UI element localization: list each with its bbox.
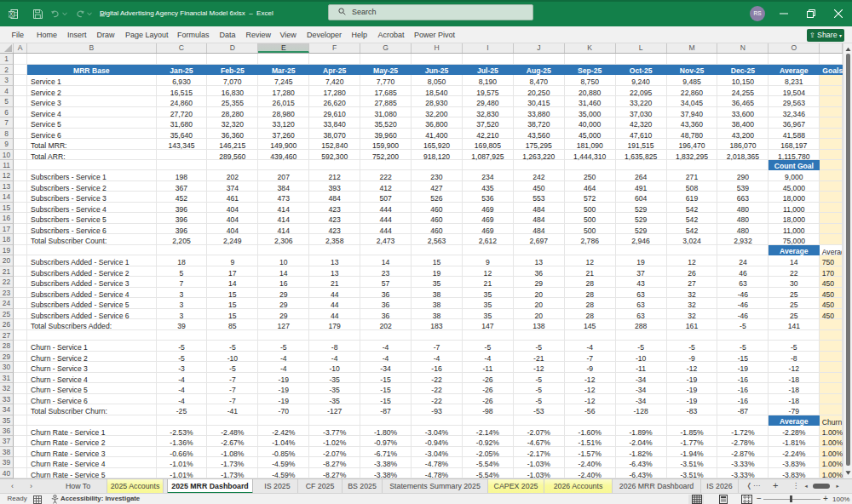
svg-text:X: X [9, 11, 14, 17]
